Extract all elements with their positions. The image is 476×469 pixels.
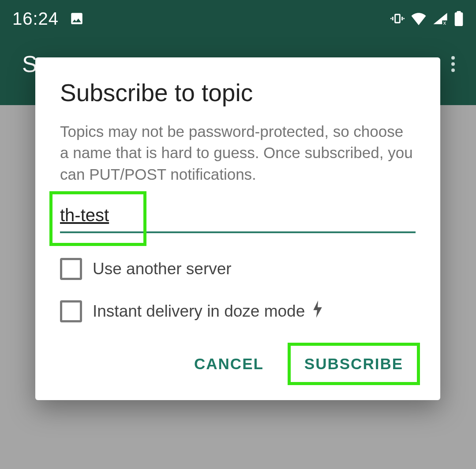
vibrate-icon — [390, 11, 405, 26]
instant-delivery-row[interactable]: Instant delivery in doze mode — [60, 300, 416, 322]
use-another-server-label: Use another server — [93, 260, 232, 278]
status-bar: 16:24 x — [0, 0, 476, 31]
topic-field-wrap — [60, 202, 416, 233]
dialog-actions: CANCEL SUBSCRIBE — [60, 346, 416, 382]
wifi-icon — [411, 12, 427, 25]
overflow-menu-icon[interactable] — [448, 53, 458, 76]
use-another-server-row[interactable]: Use another server — [60, 258, 416, 280]
svg-text:x: x — [443, 19, 446, 25]
use-another-server-checkbox[interactable] — [60, 258, 82, 280]
svg-rect-4 — [457, 11, 461, 13]
subscribe-dialog: Subscribe to topic Topics may not be pas… — [35, 57, 440, 400]
dialog-title: Subscribe to topic — [60, 79, 416, 107]
cancel-button[interactable]: CANCEL — [182, 346, 276, 382]
bolt-icon — [312, 300, 323, 322]
signal-icon: x — [433, 12, 448, 25]
instant-delivery-checkbox[interactable] — [60, 300, 82, 322]
instant-delivery-label: Instant delivery in doze mode — [93, 300, 323, 322]
instant-delivery-text: Instant delivery in doze mode — [93, 302, 305, 321]
dialog-description: Topics may not be password-protected, so… — [60, 121, 416, 185]
battery-icon — [454, 11, 464, 26]
topic-name-input[interactable] — [60, 202, 416, 233]
svg-rect-3 — [455, 12, 463, 26]
svg-rect-0 — [395, 15, 400, 23]
status-clock: 16:24 — [12, 9, 59, 29]
image-icon — [69, 11, 84, 26]
subscribe-button[interactable]: SUBSCRIBE — [292, 346, 416, 382]
